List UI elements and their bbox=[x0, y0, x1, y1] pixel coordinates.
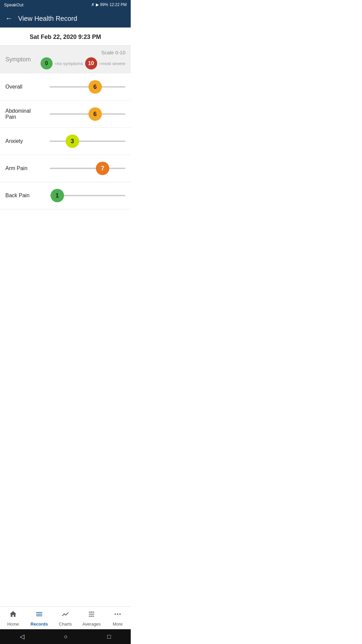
scale-badge-10: 10 bbox=[85, 57, 97, 69]
scale-badges: 0 =no symptoms 10 =most severe bbox=[41, 57, 125, 69]
date-section: Sat Feb 22, 2020 9:23 PM bbox=[0, 28, 131, 46]
android-nav-bar: ◁ ○ □ bbox=[0, 629, 131, 644]
android-recent-button[interactable]: □ bbox=[107, 633, 111, 640]
header: ← View Health Record bbox=[0, 9, 131, 28]
slider-value-badge: 6 bbox=[88, 107, 102, 121]
symptom-list: Overall6Abdominal Pain6Anxiety3Arm Pain7… bbox=[0, 73, 131, 209]
svg-point-9 bbox=[119, 613, 121, 615]
slider-track bbox=[50, 141, 125, 142]
nav-label-home: Home bbox=[7, 622, 19, 627]
symptom-name-arm-pain: Arm Pain bbox=[5, 165, 46, 171]
symptom-name-anxiety: Anxiety bbox=[5, 138, 46, 144]
slider-value-badge: 6 bbox=[88, 80, 102, 94]
bluetooth-icon: ✗ bbox=[91, 2, 95, 7]
charts-icon bbox=[61, 610, 69, 620]
scale-most-severe: =most severe bbox=[99, 61, 125, 66]
scale-no-symptoms: =no symptoms bbox=[55, 61, 83, 66]
symptom-column-label: Symptom bbox=[5, 56, 31, 63]
svg-point-7 bbox=[115, 613, 116, 615]
symptom-row: Anxiety3 bbox=[0, 128, 131, 155]
more-icon bbox=[114, 610, 122, 620]
slider-track bbox=[50, 168, 125, 169]
content-scroll: Sat Feb 22, 2020 9:23 PM Symptom Scale 0… bbox=[0, 28, 131, 253]
nav-label-charts: Charts bbox=[59, 622, 72, 627]
android-back-button[interactable]: ◁ bbox=[20, 633, 24, 640]
scale-badge-0: 0 bbox=[41, 57, 53, 69]
slider-container[interactable]: 6 bbox=[50, 81, 125, 93]
symptom-header: Symptom Scale 0-10 0 =no symptoms 10 =mo… bbox=[0, 46, 131, 73]
page-title: View Health Record bbox=[18, 15, 77, 22]
slider-container[interactable]: 3 bbox=[50, 135, 125, 147]
home-icon bbox=[9, 610, 17, 620]
scale-section: Scale 0-10 0 =no symptoms 10 =most sever… bbox=[41, 50, 125, 69]
symptom-row: Abdominal Pain6 bbox=[0, 101, 131, 128]
carrier-label: SpeakOut bbox=[4, 2, 23, 7]
slider-container[interactable]: 6 bbox=[50, 108, 125, 120]
symptom-row: Overall6 bbox=[0, 73, 131, 101]
svg-point-8 bbox=[117, 613, 118, 615]
nav-item-charts[interactable]: Charts bbox=[52, 607, 78, 629]
averages-icon bbox=[87, 610, 96, 620]
slider-value-badge: 1 bbox=[51, 189, 64, 202]
slider-value-badge: 3 bbox=[66, 135, 79, 148]
nav-label-more: More bbox=[113, 622, 123, 627]
record-date: Sat Feb 22, 2020 9:23 PM bbox=[29, 34, 101, 40]
status-right: ✗ ▶ 99% 12:22 PM bbox=[91, 2, 127, 7]
records-icon bbox=[35, 610, 43, 620]
symptom-name-overall: Overall bbox=[5, 84, 46, 90]
slider-track bbox=[50, 113, 125, 115]
time-label: 12:22 PM bbox=[110, 2, 127, 7]
battery-label: 99% bbox=[100, 2, 108, 7]
slider-container[interactable]: 1 bbox=[50, 190, 125, 202]
nav-item-home[interactable]: Home bbox=[0, 607, 26, 629]
symptom-name-abdominal-pain: Abdominal Pain bbox=[5, 108, 46, 120]
slider-track bbox=[50, 86, 125, 88]
nav-item-averages[interactable]: Averages bbox=[78, 607, 105, 629]
android-home-button[interactable]: ○ bbox=[64, 633, 68, 640]
symptom-name-back-pain: Back Pain bbox=[5, 193, 46, 199]
symptom-row: Arm Pain7 bbox=[0, 155, 131, 182]
nav-item-records[interactable]: Records bbox=[26, 607, 52, 629]
slider-value-badge: 7 bbox=[96, 162, 109, 175]
bottom-nav: HomeRecordsChartsAveragesMore bbox=[0, 606, 131, 629]
back-button[interactable]: ← bbox=[5, 14, 13, 23]
scale-title: Scale 0-10 bbox=[101, 50, 125, 55]
nav-label-records: Records bbox=[31, 622, 48, 627]
symptom-row: Back Pain1 bbox=[0, 182, 131, 209]
wifi-icon: ▶ bbox=[96, 2, 99, 7]
nav-label-averages: Averages bbox=[82, 622, 101, 627]
slider-container[interactable]: 7 bbox=[50, 162, 125, 174]
nav-item-more[interactable]: More bbox=[105, 607, 131, 629]
status-bar: SpeakOut ✗ ▶ 99% 12:22 PM bbox=[0, 0, 131, 9]
